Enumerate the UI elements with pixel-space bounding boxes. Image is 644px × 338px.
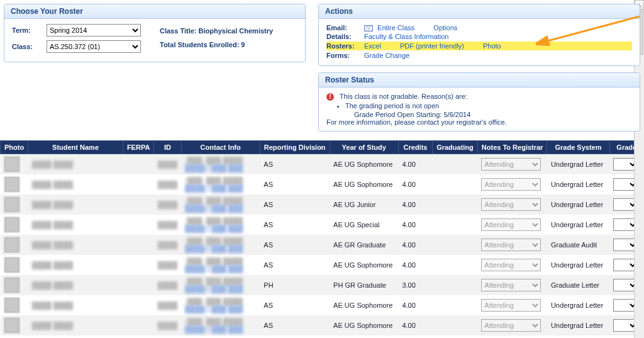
student-id-blurred: ████ — [158, 161, 177, 168]
notes-select[interactable]: Attending — [481, 239, 541, 251]
th-id[interactable]: ID — [154, 141, 181, 154]
actions-details-row: Details: Faculty & Class Information — [326, 33, 632, 40]
contact-phone-blurred: (███) ███-████ — [185, 278, 243, 285]
error-icon: ! — [326, 93, 334, 101]
contact-email-blurred: ████@███.███ — [185, 285, 243, 293]
student-id-blurred: ████ — [158, 181, 177, 188]
cell-gsys: Undergrad Letter — [547, 315, 609, 335]
class-select[interactable]: AS.250.372 (01) — [47, 40, 141, 53]
roster-status-panel: Roster Status ! This class is not gradab… — [318, 72, 640, 132]
actions-forms-row: Forms: Grade Change — [326, 52, 632, 59]
table-row: ████ ████████(███) ███-████████@███.███A… — [1, 315, 644, 335]
th-gsys: Grade System — [547, 141, 609, 154]
contact-email-blurred: ████@███.███ — [185, 305, 243, 313]
cell-year: AE UG Sophomore — [330, 295, 398, 315]
student-name-blurred: ████ ████ — [32, 301, 73, 309]
cell-year: AE UG Sophomore — [330, 255, 398, 275]
student-id-blurred: ████ — [158, 241, 177, 249]
term-label: Term: — [12, 26, 47, 34]
notes-select[interactable]: Attending — [481, 218, 541, 231]
rosters-label: Rosters: — [326, 42, 364, 50]
cell-year: AE UG Junior — [330, 194, 398, 215]
status-bullet-2: Grade Period Open Starting: 5/6/2014 — [354, 111, 632, 118]
notes-select[interactable]: Attending — [481, 279, 541, 291]
student-id-blurred: ████ — [158, 261, 177, 269]
student-name-blurred: ████ ████ — [32, 181, 73, 188]
cell-credits: 4.00 — [398, 215, 432, 235]
link-email-options[interactable]: Options — [433, 24, 457, 31]
cell-gsys: Undergrad Letter — [547, 295, 609, 315]
cell-credits: 4.00 — [398, 295, 432, 315]
student-photo — [4, 278, 19, 293]
student-id-blurred: ████ — [158, 281, 177, 289]
contact-email-blurred: ████@███.███ — [185, 164, 243, 172]
cell-year: AE UG Sophomore — [330, 154, 398, 175]
contact-phone-blurred: (███) ███-████ — [185, 177, 243, 184]
cell-credits: 4.00 — [398, 255, 432, 275]
cell-year: PH GR Graduate — [330, 275, 398, 295]
th-credits: Credits — [398, 141, 432, 154]
roster-status-title: Roster Status — [319, 73, 640, 87]
cell-rdiv: AS — [260, 174, 330, 194]
cell-credits: 4.00 — [398, 194, 432, 215]
contact-phone-blurred: (███) ███-████ — [185, 197, 243, 205]
notes-select[interactable]: Attending — [481, 299, 541, 312]
table-row: ████ ████████(███) ███-████████@███.███A… — [1, 174, 644, 194]
cell-year: AE UG Sophomore — [330, 174, 398, 194]
cell-rdiv: AS — [260, 295, 330, 315]
cell-rdiv: AS — [260, 315, 330, 335]
cell-year: AE UG Sophomore — [330, 315, 398, 335]
cell-rdiv: AS — [260, 215, 330, 235]
student-photo — [4, 318, 19, 333]
notes-select[interactable]: Attending — [481, 178, 541, 191]
link-roster-pdf[interactable]: PDF (printer friendly) — [400, 42, 464, 50]
notes-select[interactable]: Attending — [481, 158, 541, 171]
table-row: ████ ████████(███) ███-████████@███.███A… — [1, 235, 644, 255]
student-photo — [4, 237, 19, 252]
cell-gsys: Graduate Audit — [547, 235, 609, 255]
cell-rdiv: PH — [260, 275, 330, 295]
notes-select[interactable]: Attending — [481, 259, 541, 271]
roster-header-row: Photo Student Name FERPA ID Contact Info… — [1, 141, 644, 154]
th-name[interactable]: Student Name — [28, 141, 123, 154]
choose-roster-panel: Choose Your Roster Term: Spring 2014 Cla… — [4, 4, 306, 62]
student-photo — [4, 257, 19, 273]
actions-email-row: Email: Entire Class Options — [326, 24, 632, 31]
link-entire-class[interactable]: Entire Class — [377, 24, 414, 31]
cell-gsys: Graduate Letter — [547, 275, 609, 295]
contact-phone-blurred: (███) ███-████ — [185, 318, 243, 325]
th-ferpa: FERPA — [123, 141, 153, 154]
th-contact: Contact Info — [181, 141, 260, 154]
student-name-blurred: ████ ████ — [32, 221, 73, 228]
table-row: ████ ████████(███) ███-████████@███.███A… — [1, 154, 644, 175]
cell-gsys: Undergrad Letter — [547, 215, 609, 235]
cell-gsys: Undergrad Letter — [547, 255, 609, 275]
cell-gsys: Undergrad Letter — [547, 194, 609, 215]
th-rdiv: Reporting Division — [260, 141, 330, 154]
th-notes: Notes To Registrar — [477, 141, 547, 154]
student-id-blurred: ████ — [158, 301, 177, 309]
notes-select[interactable]: Attending — [481, 319, 541, 332]
link-grade-change[interactable]: Grade Change — [364, 52, 409, 59]
cell-rdiv: AS — [260, 194, 330, 215]
actions-panel: Actions Email: Entire Class Options — [318, 4, 640, 66]
cell-rdiv: AS — [260, 154, 330, 175]
link-roster-photo[interactable]: Photo — [483, 42, 501, 50]
contact-email-blurred: ████@███.███ — [185, 245, 243, 252]
cell-year: AE UG Special — [330, 215, 398, 235]
student-id-blurred: ████ — [158, 322, 177, 329]
cell-credits: 4.00 — [398, 174, 432, 194]
term-select[interactable]: Spring 2014 — [47, 24, 141, 37]
table-row: ████ ████████(███) ███-████████@███.███A… — [1, 194, 644, 215]
cell-credits: 4.00 — [398, 154, 432, 175]
notes-select[interactable]: Attending — [481, 198, 541, 211]
status-bullet-1: The grading period is not open — [345, 102, 632, 110]
status-line-2: For more information, please contact you… — [326, 118, 632, 126]
th-year: Year of Study — [330, 141, 398, 154]
th-grad: Graduating — [433, 141, 478, 154]
forms-label: Forms: — [326, 52, 364, 59]
student-id-blurred: ████ — [158, 201, 177, 208]
link-faculty-info[interactable]: Faculty & Class Information — [364, 33, 449, 40]
table-row: ████ ████████(███) ███-████████@███.███A… — [1, 295, 644, 315]
link-roster-excel[interactable]: Excel — [364, 42, 381, 50]
